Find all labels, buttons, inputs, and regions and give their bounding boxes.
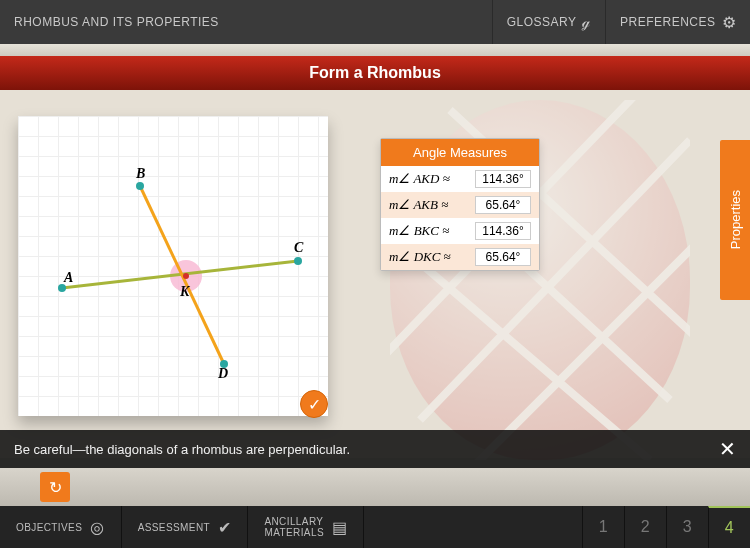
activity-title: Form a Rhombus xyxy=(309,64,441,82)
measure-label: m∠ AKB ≈ xyxy=(389,197,448,213)
properties-label: Properties xyxy=(728,190,743,249)
assessment-label: ASSESSMENT xyxy=(138,522,210,533)
measure-row: m∠ DKC ≈ 65.64° xyxy=(381,244,539,270)
activity-title-bar: Form a Rhombus xyxy=(0,56,750,90)
measure-label: m∠ BKC ≈ xyxy=(389,223,449,239)
measure-label: m∠ AKD ≈ xyxy=(389,171,450,187)
check-icon: ✓ xyxy=(308,395,321,414)
measure-row: m∠ AKB ≈ 65.64° xyxy=(381,192,539,218)
assessment-button[interactable]: ASSESSMENT ✔ xyxy=(122,506,249,548)
tool-bar: ↻ xyxy=(0,468,750,506)
properties-tab[interactable]: Properties xyxy=(720,140,750,300)
measure-label: m∠ DKC ≈ xyxy=(389,249,451,265)
preferences-button[interactable]: PREFERENCES ⚙ xyxy=(605,0,750,44)
geometry-plot[interactable]: A B C D K xyxy=(18,116,328,416)
glossary-icon: ℊ xyxy=(582,13,591,31)
close-icon[interactable]: ✕ xyxy=(719,437,736,461)
reset-icon: ↻ xyxy=(49,478,62,497)
point-k[interactable] xyxy=(183,273,189,279)
measure-row: m∠ AKD ≈ 114.36° xyxy=(381,166,539,192)
objectives-button[interactable]: OBJECTIVES ◎ xyxy=(0,506,122,548)
bottom-bar: OBJECTIVES ◎ ASSESSMENT ✔ ANCILLARY MATE… xyxy=(0,506,750,548)
label-k: K xyxy=(180,284,189,300)
label-c: C xyxy=(294,240,303,256)
doc-icon: ▤ xyxy=(332,518,347,537)
point-b[interactable] xyxy=(136,182,144,190)
top-bar: RHOMBUS AND ITS PROPERTIES GLOSSARY ℊ PR… xyxy=(0,0,750,44)
reset-button[interactable]: ↻ xyxy=(40,472,70,502)
page-nav: 1 2 3 4 xyxy=(582,506,750,548)
angle-measures-panel: Angle Measures m∠ AKD ≈ 114.36° m∠ AKB ≈… xyxy=(380,138,540,271)
point-c[interactable] xyxy=(294,257,302,265)
ancillary-button[interactable]: ANCILLARY MATERIALS ▤ xyxy=(248,506,364,548)
page-3[interactable]: 3 xyxy=(666,506,708,548)
label-d: D xyxy=(218,366,228,382)
gear-icon: ⚙ xyxy=(722,13,737,32)
glossary-button[interactable]: GLOSSARY ℊ xyxy=(492,0,605,44)
page-2[interactable]: 2 xyxy=(624,506,666,548)
activity-stage: A B C D K ✓ Angle Measures m∠ AKD ≈ 114.… xyxy=(0,90,750,458)
measure-value: 65.64° xyxy=(475,196,531,214)
measure-value: 65.64° xyxy=(475,248,531,266)
lesson-title: RHOMBUS AND ITS PROPERTIES xyxy=(0,15,492,29)
submit-check-button[interactable]: ✓ xyxy=(300,390,328,418)
preferences-label: PREFERENCES xyxy=(620,15,716,29)
measure-value: 114.36° xyxy=(475,222,531,240)
hint-text: Be careful—the diagonals of a rhombus ar… xyxy=(14,442,350,457)
segment-bd[interactable] xyxy=(140,186,224,364)
label-a: A xyxy=(64,270,73,286)
page-4[interactable]: 4 xyxy=(708,506,750,548)
label-b: B xyxy=(136,166,145,182)
objectives-label: OBJECTIVES xyxy=(16,522,82,533)
measures-header: Angle Measures xyxy=(381,139,539,166)
measure-value: 114.36° xyxy=(475,170,531,188)
measure-row: m∠ BKC ≈ 114.36° xyxy=(381,218,539,244)
hint-bar: Be careful—the diagonals of a rhombus ar… xyxy=(0,430,750,468)
shelf-divider xyxy=(0,44,750,56)
page-1[interactable]: 1 xyxy=(582,506,624,548)
target-icon: ◎ xyxy=(90,518,104,537)
check-icon: ✔ xyxy=(218,518,231,537)
glossary-label: GLOSSARY xyxy=(507,15,577,29)
ancillary-label: ANCILLARY MATERIALS xyxy=(264,516,324,538)
diagram-svg xyxy=(18,116,328,416)
